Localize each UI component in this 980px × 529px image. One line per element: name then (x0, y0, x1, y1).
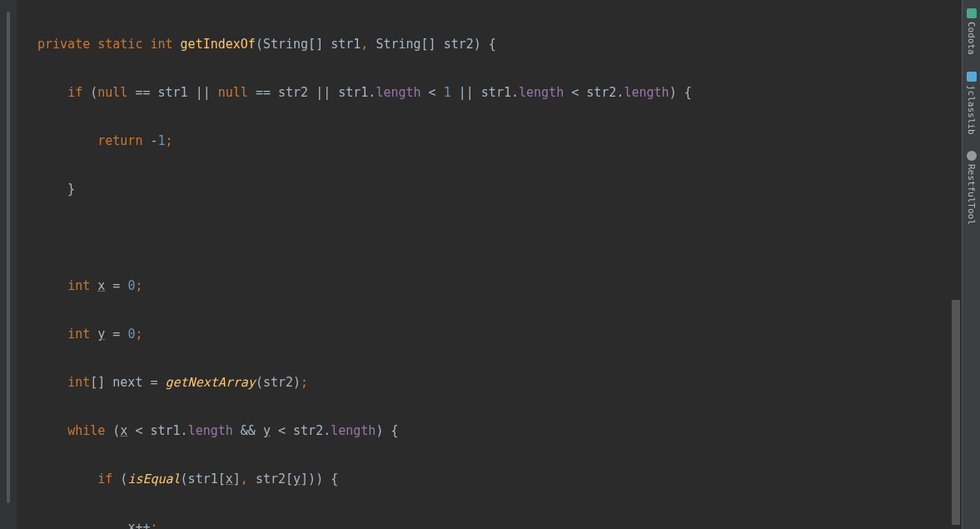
codota-icon (967, 8, 977, 18)
code-line[interactable]: } (37, 177, 962, 202)
code-editor[interactable]: private static int getIndexOf(String[] s… (0, 0, 962, 529)
code-line[interactable]: int y = 0; (37, 322, 962, 347)
code-line[interactable]: private static int getIndexOf(String[] s… (37, 32, 962, 57)
tool-codota[interactable]: Codota (964, 3, 978, 60)
code-content[interactable]: private static int getIndexOf(String[] s… (0, 8, 962, 529)
editor-gutter (0, 0, 17, 529)
code-line[interactable] (37, 226, 962, 250)
tool-jclasslib[interactable]: jclasslib (964, 67, 978, 140)
code-line[interactable]: while (x < str1.length && y < str2.lengt… (37, 419, 962, 443)
code-line[interactable]: x++; (37, 516, 962, 529)
right-tool-sidebar: Codota jclasslib RestfulTool (962, 0, 980, 529)
restful-icon (967, 151, 977, 161)
code-line[interactable]: if (isEqual(str1[x], str2[y])) { (37, 467, 962, 492)
code-line[interactable]: int x = 0; (37, 274, 962, 298)
vertical-scrollbar[interactable] (950, 0, 960, 529)
fold-indicator[interactable] (7, 12, 10, 503)
tool-label: jclasslib (966, 85, 977, 135)
jclasslib-icon (967, 72, 977, 82)
tool-label: Codota (966, 22, 977, 55)
code-line[interactable]: return -1; (37, 129, 962, 153)
code-line[interactable]: if (null == str1 || null == str2 || str1… (37, 81, 962, 105)
tool-restful[interactable]: RestfulTool (964, 146, 978, 230)
code-line[interactable]: int[] next = getNextArray(str2); (37, 371, 962, 395)
tool-label: RestfulTool (966, 164, 977, 225)
scroll-thumb[interactable] (952, 300, 960, 525)
